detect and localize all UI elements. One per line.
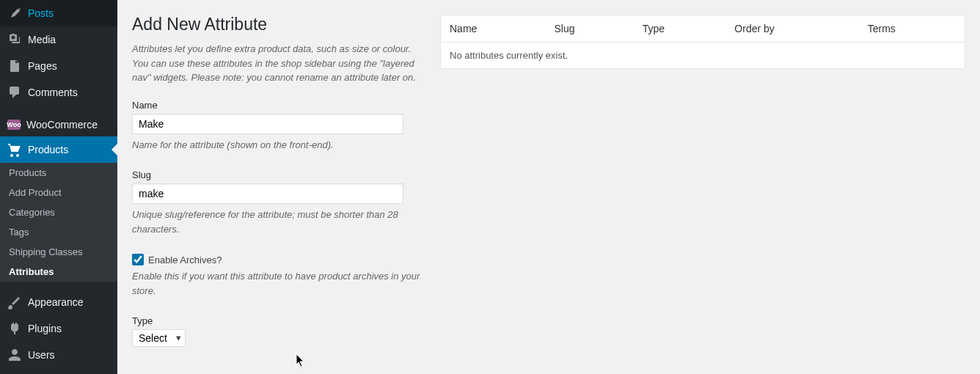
sidebar-item-appearance[interactable]: Appearance	[0, 289, 117, 315]
table-row: No attributes currently exist.	[441, 43, 965, 69]
sidebar-item-products[interactable]: Products	[0, 136, 117, 163]
pin-icon	[7, 6, 22, 21]
attributes-table: Name Slug Type Order by Terms No attribu…	[440, 15, 965, 69]
slug-helper: Unique slug/reference for the attribute;…	[132, 208, 425, 236]
submenu-item-categories[interactable]: Categories	[0, 202, 117, 222]
products-submenu: Products Add Product Categories Tags Shi…	[0, 163, 117, 282]
sidebar-item-label: Plugins	[28, 323, 62, 334]
sidebar-item-users[interactable]: Users	[0, 342, 117, 368]
page-title: Add New Attribute	[132, 15, 425, 34]
sidebar-item-media[interactable]: Media	[0, 26, 117, 53]
sidebar-item-label: Appearance	[28, 296, 84, 308]
sidebar-item-pages[interactable]: Pages	[0, 53, 117, 79]
attributes-table-area: Name Slug Type Order by Terms No attribu…	[440, 15, 965, 359]
sidebar-item-woocommerce[interactable]: Woo WooCommerce	[0, 113, 117, 136]
submenu-item-attributes[interactable]: Attributes	[0, 262, 117, 282]
table-header-row: Name Slug Type Order by Terms	[441, 15, 965, 43]
col-type: Type	[634, 15, 726, 43]
sidebar-item-label: Products	[28, 144, 68, 155]
archives-helper: Enable this if you want this attribute t…	[132, 269, 425, 298]
media-icon	[7, 32, 22, 47]
sidebar-item-label: Comments	[28, 87, 78, 98]
attribute-form: Add New Attribute Attributes let you def…	[132, 15, 425, 359]
col-terms: Terms	[859, 15, 965, 43]
cart-icon	[7, 142, 22, 157]
col-slug: Slug	[545, 15, 633, 43]
submenu-item-tags[interactable]: Tags	[0, 222, 117, 242]
submenu-item-add-product[interactable]: Add Product	[0, 183, 117, 202]
submenu-item-shipping-classes[interactable]: Shipping Classes	[0, 242, 117, 262]
user-icon	[7, 348, 22, 362]
slug-field: Slug Unique slug/reference for the attri…	[132, 169, 425, 236]
type-label: Type	[132, 315, 425, 326]
archives-field: Enable Archives? Enable this if you want…	[132, 254, 425, 298]
sidebar-item-label: Media	[28, 34, 56, 45]
sidebar-item-label: Posts	[28, 7, 54, 19]
brush-icon	[7, 295, 22, 309]
admin-sidebar: Posts Media Pages Comments Woo WooCommer…	[0, 0, 117, 374]
type-select[interactable]: Select	[132, 329, 186, 347]
col-name: Name	[441, 15, 546, 43]
name-field: Name Name for the attribute (shown on th…	[132, 100, 425, 153]
archives-checkbox[interactable]	[132, 254, 144, 265]
intro-text: Attributes let you define extra product …	[132, 42, 425, 85]
page-icon	[7, 59, 22, 73]
submenu-item-products[interactable]: Products	[0, 163, 117, 183]
archives-label: Enable Archives?	[148, 254, 222, 265]
sidebar-item-comments[interactable]: Comments	[0, 79, 117, 106]
name-input[interactable]	[132, 114, 403, 134]
sidebar-item-label: Users	[28, 349, 55, 361]
sidebar-item-posts[interactable]: Posts	[0, 0, 117, 26]
woocommerce-icon: Woo	[7, 120, 21, 130]
empty-message: No attributes currently exist.	[441, 43, 965, 69]
comment-icon	[7, 85, 22, 100]
type-field: Type Select	[132, 315, 425, 347]
slug-input[interactable]	[132, 183, 403, 204]
plugin-icon	[7, 321, 22, 336]
col-orderby: Order by	[725, 15, 858, 43]
sidebar-item-label: WooCommerce	[26, 119, 98, 131]
slug-label: Slug	[132, 169, 425, 180]
main-content: Add New Attribute Attributes let you def…	[117, 0, 980, 374]
name-helper: Name for the attribute (shown on the fro…	[132, 138, 425, 153]
name-label: Name	[132, 100, 425, 111]
sidebar-item-label: Pages	[28, 60, 57, 72]
sidebar-item-plugins[interactable]: Plugins	[0, 315, 117, 342]
